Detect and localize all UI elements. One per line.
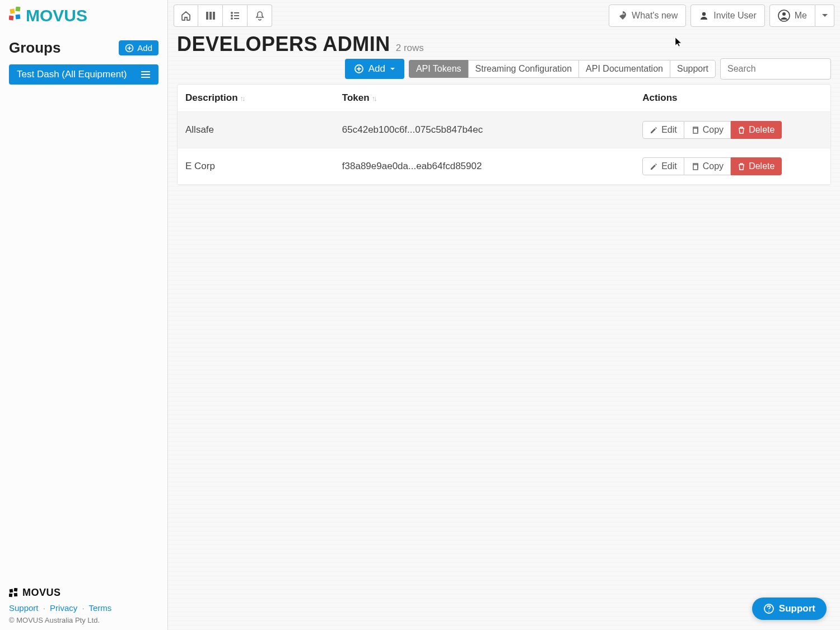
svg-rect-5 — [10, 589, 13, 592]
columns-icon — [205, 10, 216, 21]
support-widget[interactable]: Support — [752, 598, 827, 620]
tab-streaming-config[interactable]: Streaming Configuration — [468, 60, 579, 78]
question-circle-icon — [763, 603, 774, 614]
list-button[interactable] — [223, 4, 248, 27]
copy-label: Copy — [703, 161, 724, 171]
brand-logo: MOVUS — [0, 0, 167, 30]
svg-point-15 — [623, 13, 625, 15]
cell-description: E Corp — [178, 148, 334, 185]
edit-icon — [650, 126, 658, 134]
sidebar-item-test-dash[interactable]: Test Dash (All Equipment) — [9, 64, 158, 85]
sidebar-footer: MOVUS Support · Privacy · Terms © MOVUS … — [0, 579, 167, 630]
sidebar-item-label: Test Dash (All Equipment) — [17, 69, 127, 80]
footer-link-support[interactable]: Support — [9, 603, 39, 613]
svg-rect-2 — [9, 16, 13, 21]
cell-token: 65c42eb100c6f...075c5b847b4ec — [334, 112, 634, 148]
svg-rect-10 — [209, 12, 212, 20]
edit-label: Edit — [661, 161, 677, 171]
svg-rect-20 — [693, 128, 698, 133]
svg-point-16 — [702, 12, 706, 16]
svg-rect-11 — [213, 12, 215, 20]
separator: · — [82, 603, 84, 613]
footer-link-privacy[interactable]: Privacy — [50, 603, 77, 613]
menu-icon[interactable] — [141, 71, 151, 78]
tab-api-docs[interactable]: API Documentation — [578, 60, 670, 78]
list-icon — [230, 10, 241, 21]
add-token-button[interactable]: Add — [345, 59, 404, 79]
support-widget-label: Support — [779, 603, 815, 614]
svg-rect-0 — [10, 8, 15, 13]
trash-icon — [738, 126, 745, 134]
separator: · — [43, 603, 45, 613]
table-row: Allsafe65c42eb100c6f...075c5b847b4ecEdit… — [178, 112, 830, 148]
svg-rect-3 — [16, 15, 21, 20]
topbar: What's new Invite User Me — [168, 0, 840, 30]
copy-button[interactable]: Copy — [684, 121, 731, 139]
bell-icon — [254, 10, 265, 21]
svg-rect-1 — [15, 7, 20, 12]
brand-text: MOVUS — [26, 7, 87, 25]
search-input[interactable] — [720, 58, 831, 80]
me-button[interactable]: Me — [769, 4, 815, 27]
copy-icon — [691, 126, 699, 134]
columns-button[interactable] — [198, 4, 223, 27]
col-description-label: Description — [185, 92, 238, 103]
tab-group: API Tokens Streaming Configuration API D… — [409, 60, 716, 78]
svg-point-23 — [768, 611, 769, 612]
chevron-down-icon — [822, 13, 828, 18]
home-button[interactable] — [174, 4, 198, 27]
notifications-button[interactable] — [248, 4, 272, 27]
col-description[interactable]: Description↑↓ — [178, 85, 334, 112]
svg-rect-9 — [206, 12, 208, 20]
copy-button[interactable]: Copy — [684, 157, 731, 175]
rocket-icon — [617, 11, 627, 21]
row-count: 2 rows — [396, 43, 424, 54]
add-group-label: Add — [137, 43, 152, 53]
delete-button[interactable]: Delete — [731, 157, 782, 175]
sort-icon: ↑↓ — [240, 94, 244, 102]
whats-new-label: What's new — [632, 11, 678, 21]
col-actions: Actions — [634, 85, 830, 112]
edit-button[interactable]: Edit — [642, 157, 684, 175]
svg-rect-6 — [14, 588, 18, 591]
plus-circle-icon — [125, 44, 134, 53]
edit-icon — [650, 162, 658, 171]
brand-mark-icon — [9, 588, 19, 598]
trash-icon — [738, 162, 745, 171]
add-group-button[interactable]: Add — [119, 40, 158, 55]
tab-api-tokens[interactable]: API Tokens — [409, 60, 468, 78]
add-token-label: Add — [368, 63, 385, 74]
delete-button[interactable]: Delete — [731, 121, 782, 139]
user-icon — [699, 11, 709, 21]
toolbar: Add API Tokens Streaming Configuration A… — [168, 58, 840, 84]
svg-point-18 — [782, 12, 786, 16]
page-title: DEVELOPERS ADMIN — [177, 32, 390, 56]
svg-point-13 — [231, 15, 232, 16]
tokens-table: Description↑↓ Token↑↓ Actions Allsafe65c… — [177, 84, 831, 185]
edit-button[interactable]: Edit — [642, 121, 684, 139]
footer-link-terms[interactable]: Terms — [89, 603, 112, 613]
copyright-text: © MOVUS Australia Pty Ltd. — [9, 616, 158, 624]
col-token[interactable]: Token↑↓ — [334, 85, 634, 112]
col-token-label: Token — [342, 92, 370, 103]
tab-support[interactable]: Support — [670, 60, 716, 78]
edit-label: Edit — [661, 125, 677, 135]
delete-label: Delete — [749, 161, 774, 171]
me-dropdown-toggle[interactable] — [815, 4, 834, 27]
svg-point-12 — [231, 12, 232, 13]
copy-label: Copy — [703, 125, 724, 135]
cell-token: f38a89e9ae0da...eab64fcd85902 — [334, 148, 634, 185]
groups-heading: Groups — [9, 39, 60, 57]
main-content: What's new Invite User Me DEVELOPERS ADM… — [168, 0, 840, 630]
invite-user-button[interactable]: Invite User — [690, 4, 764, 27]
whats-new-button[interactable]: What's new — [609, 4, 686, 27]
copy-icon — [691, 162, 699, 171]
svg-rect-21 — [693, 165, 698, 170]
sidebar: MOVUS Groups Add Test Dash (All Equipmen… — [0, 0, 168, 630]
svg-rect-7 — [9, 593, 12, 597]
svg-point-14 — [231, 18, 232, 19]
me-label: Me — [795, 11, 807, 21]
table-row: E Corpf38a89e9ae0da...eab64fcd85902EditC… — [178, 148, 830, 185]
plus-circle-icon — [354, 64, 364, 74]
footer-brand-text: MOVUS — [22, 587, 61, 599]
